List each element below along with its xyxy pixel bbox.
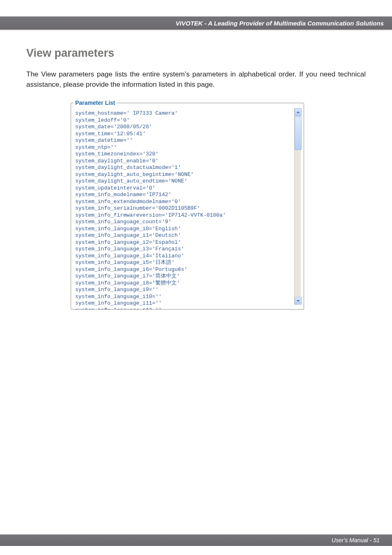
doc-footer: User's Manual - 51 <box>0 534 392 546</box>
doc-header: VIVOTEK - A Leading Provider of Multimed… <box>0 16 392 30</box>
chevron-up-icon <box>297 111 300 113</box>
scroll-thumb[interactable] <box>295 116 302 150</box>
parameter-text: system_hostname=' IP7133 Camera' system_… <box>75 110 293 309</box>
section-description: The View parameters page lists the entir… <box>26 69 366 90</box>
parameter-list-panel: Parameter List system_hostname=' IP7133 … <box>71 99 304 310</box>
scroll-down-button[interactable] <box>295 297 302 305</box>
scrollbar[interactable] <box>294 108 301 305</box>
chevron-down-icon <box>297 300 300 302</box>
page-title: View parameters <box>26 47 366 60</box>
doc-header-text: VIVOTEK - A Leading Provider of Multimed… <box>176 20 384 27</box>
parameter-list-viewport: system_hostname=' IP7133 Camera' system_… <box>74 108 293 309</box>
page-number: User's Manual - 51 <box>332 537 380 543</box>
scroll-up-button[interactable] <box>295 108 302 116</box>
parameter-list-legend: Parameter List <box>74 99 117 106</box>
